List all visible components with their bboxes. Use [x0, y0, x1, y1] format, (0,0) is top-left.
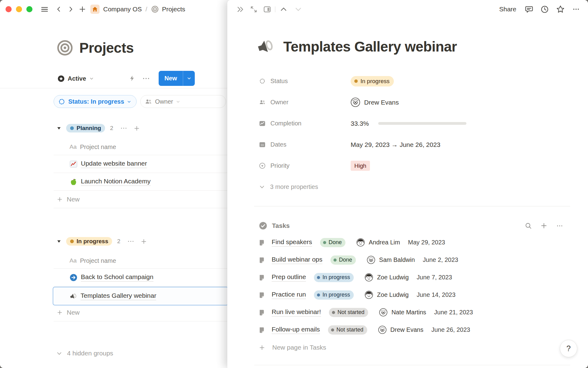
group-more-icon[interactable] [120, 125, 127, 131]
property-label[interactable]: Priority [259, 162, 351, 169]
task-title[interactable]: Build webinar ops [272, 256, 322, 264]
group-add-icon[interactable] [134, 125, 140, 132]
property-label[interactable]: Dates [259, 141, 351, 148]
project-title[interactable]: Back to School campaign [81, 273, 153, 282]
breadcrumb-page[interactable]: Projects [162, 6, 185, 13]
due-date[interactable]: June 26, 2023 [431, 326, 470, 333]
speaker-icon[interactable] [256, 37, 275, 56]
back-button[interactable] [55, 6, 62, 13]
property-label[interactable]: Completion [259, 120, 351, 127]
task-title[interactable]: Practice run [272, 291, 306, 299]
favorite-star-icon[interactable] [556, 5, 565, 13]
project-title[interactable]: Launch Notion Academy [81, 178, 151, 186]
status-tag[interactable]: Not started [328, 325, 367, 335]
group-add-icon[interactable] [141, 238, 147, 245]
project-row[interactable]: Launch Notion Academy [54, 173, 227, 191]
add-task-icon[interactable] [540, 222, 548, 229]
assignee-name[interactable]: Sam Baldwin [379, 256, 415, 263]
new-button-dropdown[interactable] [183, 71, 195, 86]
view-options-more-icon[interactable] [142, 75, 150, 82]
task-row[interactable]: Run live webinar!Not startedNate Martins… [259, 304, 571, 321]
task-row[interactable]: Follow-up emailsNot startedDrew EvansJun… [259, 321, 571, 339]
status-tag[interactable]: Done [320, 238, 345, 247]
task-row[interactable]: Find speakersDoneAndrea LimMay 29, 2023 [259, 234, 571, 251]
help-button[interactable]: ? [560, 340, 577, 357]
side-peek-mode-icon[interactable] [263, 5, 271, 13]
group-tag[interactable]: Planning [66, 124, 105, 132]
filter-status[interactable]: Status: In progress [54, 95, 137, 108]
previous-page-icon[interactable] [280, 5, 288, 13]
assignee-name[interactable]: Andrea Lim [369, 239, 400, 246]
status-tag[interactable]: Not started [329, 308, 368, 317]
due-date[interactable]: June 7, 2023 [417, 274, 452, 281]
automations-bolt-icon[interactable] [129, 75, 136, 82]
due-date[interactable]: June 2, 2023 [423, 256, 458, 263]
status-tag[interactable]: In progress [314, 290, 354, 300]
due-date[interactable]: May 29, 2023 [408, 239, 445, 246]
task-title[interactable]: Find speakers [272, 238, 312, 247]
due-date[interactable]: June 21, 2023 [434, 309, 473, 316]
project-title[interactable]: Templates Gallery webinar [81, 292, 156, 300]
collapse-triangle-icon[interactable] [57, 239, 61, 244]
filter-owner[interactable]: Owner [140, 95, 226, 108]
tasks-title[interactable]: Tasks [272, 222, 290, 229]
due-date[interactable]: June 14, 2023 [417, 291, 456, 298]
task-title[interactable]: Prep outline [272, 273, 306, 282]
zoom-window-button[interactable] [26, 6, 32, 12]
share-button[interactable]: Share [499, 6, 516, 13]
page-more-icon[interactable] [572, 6, 580, 12]
comments-icon[interactable] [525, 5, 533, 13]
priority-tag[interactable]: High [351, 161, 370, 171]
group-more-icon[interactable] [127, 238, 134, 244]
sidebar-menu-icon[interactable] [40, 5, 49, 13]
close-window-button[interactable] [6, 6, 12, 12]
status-tag[interactable]: Done [330, 255, 356, 265]
add-row-button[interactable]: New [54, 191, 227, 208]
property-label[interactable]: Status [259, 78, 351, 85]
dates-value[interactable]: May 29, 2023 → June 26, 2023 [351, 141, 440, 148]
more-properties-toggle[interactable]: 3 more properties [259, 176, 498, 197]
completion-value[interactable]: 33.3% [351, 120, 466, 127]
task-title[interactable]: Follow-up emails [272, 326, 320, 334]
target-icon[interactable] [56, 39, 74, 56]
project-title[interactable]: Update website banner [81, 160, 147, 168]
new-page-in-tasks-button[interactable]: New page in Tasks [259, 339, 326, 356]
column-header[interactable]: Aa Project name [54, 255, 227, 266]
collapse-triangle-icon[interactable] [57, 126, 61, 131]
new-button[interactable]: New [159, 71, 183, 86]
assignee-name[interactable]: Zoe Ludwig [377, 274, 409, 281]
owner-value[interactable]: Drew Evans [351, 98, 399, 107]
add-row-button[interactable]: New [54, 304, 227, 321]
breadcrumb-workspace[interactable]: Company OS [103, 6, 142, 13]
task-row[interactable]: Practice runIn progressZoe LudwigJune 14… [259, 286, 571, 304]
status-tag[interactable]: In progress [314, 273, 354, 282]
chevron-down-icon [187, 76, 191, 81]
task-row[interactable]: Build webinar opsDoneSam BaldwinJune 2, … [259, 251, 571, 269]
new-tab-button[interactable] [79, 6, 86, 13]
group-tag[interactable]: In progress [66, 237, 112, 246]
close-peek-icon[interactable] [236, 5, 244, 13]
minimize-window-button[interactable] [16, 6, 22, 12]
tasks-more-icon[interactable] [556, 223, 564, 229]
tab-active-view[interactable]: Active [58, 71, 94, 86]
priority-value[interactable]: High [351, 161, 370, 171]
status-value[interactable]: In progress [351, 76, 394, 86]
next-page-icon[interactable] [294, 5, 302, 13]
task-title[interactable]: Run live webinar! [272, 308, 321, 316]
updates-clock-icon[interactable] [541, 5, 549, 13]
status-tag[interactable]: In progress [351, 76, 394, 86]
property-label[interactable]: Owner [259, 99, 351, 106]
search-icon[interactable] [525, 222, 532, 229]
home-button[interactable] [90, 5, 100, 14]
task-row[interactable]: Prep outlineIn progressZoe LudwigJune 7,… [259, 269, 571, 286]
assignee-name[interactable]: Zoe Ludwig [377, 291, 409, 298]
hidden-groups-toggle[interactable]: 4 hidden groups [56, 350, 113, 357]
forward-button[interactable] [67, 6, 74, 13]
column-header[interactable]: Aa Project name [54, 142, 227, 152]
project-row[interactable]: Templates Gallery webinar [53, 287, 227, 305]
expand-page-icon[interactable] [250, 6, 258, 13]
project-row[interactable]: Back to School campaign [54, 269, 227, 286]
assignee-name[interactable]: Nate Martins [391, 309, 426, 316]
project-row[interactable]: Update website banner [54, 155, 227, 173]
assignee-name[interactable]: Drew Evans [390, 326, 424, 333]
